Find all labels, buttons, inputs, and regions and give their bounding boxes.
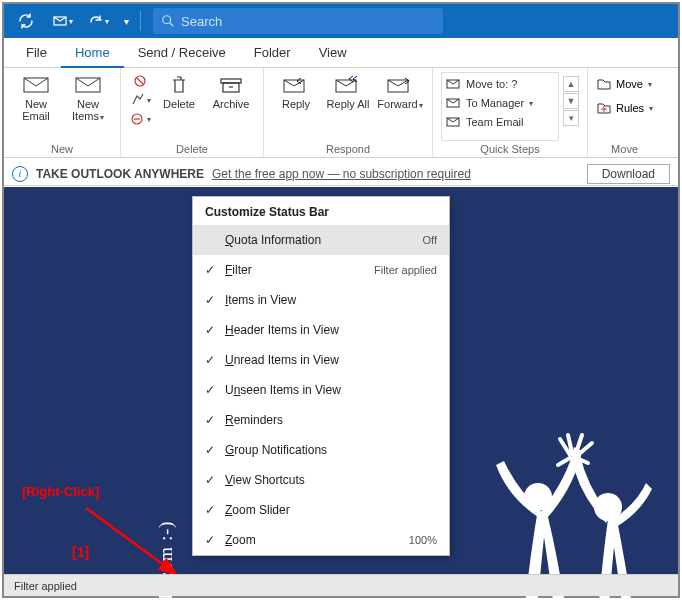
envelope-icon <box>74 74 102 96</box>
context-menu-item[interactable]: ✓Zoom Slider <box>193 495 449 525</box>
send-all-button[interactable]: ▾ <box>46 7 78 35</box>
context-menu-item[interactable]: ✓Unread Items in View <box>193 345 449 375</box>
reply-all-icon <box>334 74 362 96</box>
ribbon-group-respond: Reply Reply All Forward▾ Respond <box>264 68 433 157</box>
ribbon-group-label: Delete <box>129 141 255 155</box>
context-menu-item-label: Unseen Items in View <box>225 383 437 397</box>
tab-file[interactable]: File <box>12 39 61 66</box>
checkmark-icon: ✓ <box>203 413 217 427</box>
context-menu-item-label: Group Notifications <box>225 443 437 457</box>
quickstep-more-button[interactable]: ▾ <box>563 110 579 126</box>
archive-button[interactable]: Archive <box>207 72 255 141</box>
new-items-button[interactable]: New Items▾ <box>64 72 112 141</box>
new-email-button[interactable]: New Email <box>12 72 60 141</box>
status-bar[interactable]: Filter applied <box>4 574 678 596</box>
cleanup-button[interactable]: ▾ <box>129 91 151 109</box>
quickstep-team-email[interactable]: Team Email <box>446 113 554 131</box>
checkmark-icon: ✓ <box>203 263 217 277</box>
search-placeholder: Search <box>181 14 222 29</box>
quickstep-up-button[interactable]: ▲ <box>563 76 579 92</box>
statusbar-filter-label: Filter applied <box>14 580 77 592</box>
context-menu-item-label: Unread Items in View <box>225 353 437 367</box>
reply-icon <box>282 74 310 96</box>
tab-send-receive[interactable]: Send / Receive <box>124 39 240 66</box>
checkmark-icon: ✓ <box>203 533 217 547</box>
info-bar: i TAKE OUTLOOK ANYWHERE Get the free app… <box>4 162 678 186</box>
mascot-graphic <box>478 417 658 600</box>
tab-folder[interactable]: Folder <box>240 39 305 66</box>
quickstep-move-to[interactable]: Move to: ? <box>446 75 554 93</box>
move-button[interactable]: Move▾ <box>596 74 653 94</box>
menubar: File Home Send / Receive Folder View <box>4 38 678 68</box>
quickstep-down-button[interactable]: ▼ <box>563 93 579 109</box>
search-icon <box>161 14 175 28</box>
qat-customize-button[interactable]: ▾ <box>118 7 134 35</box>
tab-view[interactable]: View <box>305 39 361 66</box>
context-menu-item-label: Zoom <box>225 533 401 547</box>
ribbon-group-label: New <box>12 141 112 155</box>
envelope-icon <box>22 74 50 96</box>
context-menu-item[interactable]: ✓Reminders <box>193 405 449 435</box>
trash-icon <box>165 74 193 96</box>
ribbon-group-quicksteps: Move to: ? To Manager▾ Team Email ▲ ▼ ▾ <box>433 68 588 157</box>
ribbon-group-label: Move <box>596 141 653 155</box>
info-icon: i <box>12 166 28 182</box>
checkmark-icon: ✓ <box>203 323 217 337</box>
ignore-button[interactable] <box>129 72 151 90</box>
ribbon-group-label: Respond <box>272 141 424 155</box>
context-menu-item-label: View Shortcuts <box>225 473 437 487</box>
quickstep-to-manager[interactable]: To Manager▾ <box>446 94 554 112</box>
context-menu-item-label: Quota Information <box>225 233 415 247</box>
ribbon-group-move: Move▾ Rules▾ Move <box>588 68 661 157</box>
svg-point-1 <box>163 16 171 24</box>
checkmark-icon: ✓ <box>203 353 217 367</box>
archive-icon <box>217 74 245 96</box>
context-menu-item[interactable]: ✓Group Notifications <box>193 435 449 465</box>
ribbon-group-new: New Email New Items▾ New <box>4 68 121 157</box>
titlebar: ▾ ▾ ▾ Search <box>4 4 678 38</box>
context-menu-item[interactable]: ✓Items in View <box>193 285 449 315</box>
context-menu-item[interactable]: ✓Header Items in View <box>193 315 449 345</box>
context-menu-item[interactable]: ✓View Shortcuts <box>193 465 449 495</box>
sync-button[interactable] <box>10 7 42 35</box>
context-menu-item-label: Items in View <box>225 293 437 307</box>
infobar-headline: TAKE OUTLOOK ANYWHERE <box>36 167 204 181</box>
ribbon-group-label: Quick Steps <box>441 141 579 155</box>
context-menu-item[interactable]: ✓Unseen Items in View <box>193 375 449 405</box>
context-menu-item-label: Reminders <box>225 413 437 427</box>
reply-all-button[interactable]: Reply All <box>324 72 372 141</box>
context-menu-item-value: 100% <box>409 534 437 546</box>
search-box[interactable]: Search <box>153 8 443 34</box>
undo-button[interactable]: ▾ <box>82 7 114 35</box>
separator <box>140 11 141 31</box>
ribbon-group-delete: ▾ ▾ Delete Archive Delete <box>121 68 264 157</box>
context-menu-item-value: Off <box>423 234 437 246</box>
context-menu-item-value: Filter applied <box>374 264 437 276</box>
infobar-subtext: Get the free app now — no subscription r… <box>212 167 471 181</box>
forward-icon <box>386 74 414 96</box>
annotation-right-click: [Right-Click] <box>22 484 99 499</box>
delete-button[interactable]: Delete <box>155 72 203 141</box>
reply-button[interactable]: Reply <box>272 72 320 141</box>
context-menu-title: Customize Status Bar <box>193 197 449 225</box>
forward-button[interactable]: Forward▾ <box>376 72 424 141</box>
annotation-arrow <box>78 504 188 584</box>
context-menu-item[interactable]: Quota InformationOff <box>193 225 449 255</box>
checkmark-icon: ✓ <box>203 293 217 307</box>
ribbon: New Email New Items▾ New ▾ ▾ <box>4 68 678 158</box>
tab-home[interactable]: Home <box>61 39 124 68</box>
download-button[interactable]: Download <box>587 164 670 184</box>
rules-button[interactable]: Rules▾ <box>596 98 653 118</box>
checkmark-icon: ✓ <box>203 383 217 397</box>
context-menu-customize-statusbar: Customize Status Bar Quota InformationOf… <box>192 196 450 556</box>
context-menu-item[interactable]: ✓FilterFilter applied <box>193 255 449 285</box>
context-menu-item-label: Zoom Slider <box>225 503 437 517</box>
junk-button[interactable]: ▾ <box>129 110 151 128</box>
context-menu-item-label: Filter <box>225 263 366 277</box>
checkmark-icon: ✓ <box>203 473 217 487</box>
context-menu-item[interactable]: ✓Zoom100% <box>193 525 449 555</box>
checkmark-icon: ✓ <box>203 503 217 517</box>
checkmark-icon: ✓ <box>203 443 217 457</box>
context-menu-item-label: Header Items in View <box>225 323 437 337</box>
